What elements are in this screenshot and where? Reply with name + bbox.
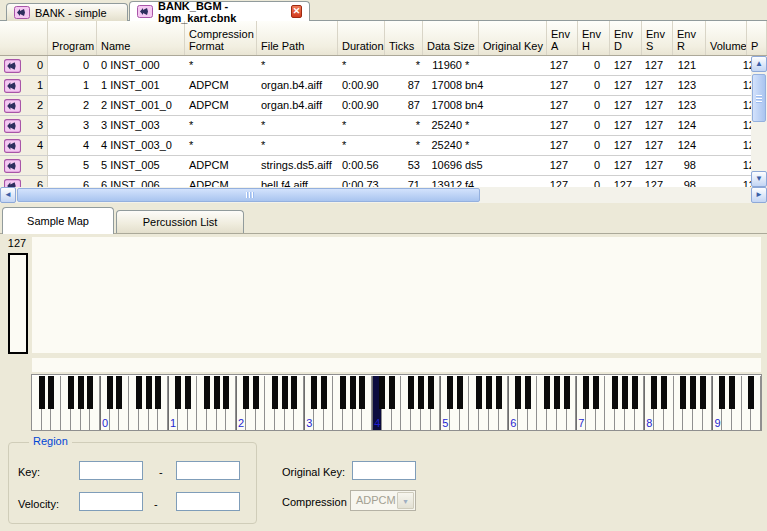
column-header-compression-format[interactable]: Compression Format	[185, 21, 257, 55]
key-range-strip[interactable]	[32, 358, 761, 372]
piano-key-black[interactable]	[350, 376, 356, 409]
piano-key-black[interactable]	[175, 376, 181, 409]
scroll-left-button[interactable]: ◄	[0, 187, 16, 203]
piano-key-black[interactable]	[496, 376, 502, 409]
column-header-env-a[interactable]: Env A	[547, 21, 578, 55]
piano-key-black[interactable]	[661, 376, 667, 409]
piano-key-black[interactable]	[583, 376, 589, 409]
piano-key-black[interactable]	[282, 376, 288, 409]
piano-key-black[interactable]	[544, 376, 550, 409]
piano-key-black[interactable]	[78, 376, 84, 409]
piano-key-black[interactable]	[680, 376, 686, 409]
piano-key-black[interactable]	[272, 376, 278, 409]
row-header[interactable]: 5	[0, 156, 48, 175]
piano-key-black[interactable]	[486, 376, 492, 409]
table-row[interactable]: 333 INST_003****25240*1270127127124127	[0, 116, 767, 136]
piano-key-black[interactable]	[632, 376, 638, 409]
piano-key-black[interactable]	[476, 376, 482, 409]
key-low-field[interactable]	[79, 461, 143, 480]
piano-key-black[interactable]	[340, 376, 346, 409]
piano-key-black[interactable]	[418, 376, 424, 409]
piano-key-black[interactable]	[87, 376, 93, 409]
piano-key-black[interactable]	[447, 376, 453, 409]
column-header-duration[interactable]: Duration	[338, 21, 385, 55]
piano-key-black[interactable]	[204, 376, 210, 409]
piano-key-black[interactable]	[39, 376, 45, 409]
piano-key-black[interactable]	[155, 376, 161, 409]
horizontal-scrollbar[interactable]: ◄ ►	[0, 187, 767, 203]
piano-key-black[interactable]	[136, 376, 142, 409]
piano-key-black[interactable]	[146, 376, 152, 409]
row-header[interactable]: 0	[0, 56, 48, 75]
piano-key-black[interactable]	[214, 376, 220, 409]
piano-key-black[interactable]	[379, 376, 385, 409]
piano-key-black[interactable]	[321, 376, 327, 409]
tab-bank-simple[interactable]: BANK - simple	[6, 3, 128, 21]
piano-key-black[interactable]	[389, 376, 395, 409]
column-header-file-path[interactable]: File Path	[257, 21, 338, 55]
tab-percussion-list[interactable]: Percussion List	[116, 210, 244, 233]
piano-key-black[interactable]	[243, 376, 249, 409]
column-header-data-size[interactable]: Data Size	[423, 21, 479, 55]
piano-key-black[interactable]	[107, 376, 113, 409]
table-row[interactable]: 222 INST_001_0ADPCMorgan.b4.aiff0:00.908…	[0, 96, 767, 116]
scroll-up-button[interactable]: ▲	[751, 56, 767, 72]
piano-key-black[interactable]	[116, 376, 122, 409]
row-header[interactable]: 2	[0, 96, 48, 115]
column-header-name[interactable]: Name	[97, 21, 185, 55]
piano-key-black[interactable]	[311, 376, 317, 409]
tab-bank-bgm[interactable]: BANK_BGM - bgm_kart.cbnk ✕	[129, 1, 310, 21]
piano-key-black[interactable]	[651, 376, 657, 409]
piano-key-black[interactable]	[291, 376, 297, 409]
piano-key-black[interactable]	[223, 376, 229, 409]
column-header-program[interactable]: Program	[48, 21, 97, 55]
vertical-scrollbar[interactable]: ▲ ▼	[751, 56, 767, 187]
key-high-field[interactable]	[176, 461, 240, 480]
velocity-low-field[interactable]	[79, 492, 143, 511]
piano-key-black[interactable]	[719, 376, 725, 409]
velocity-range-bar[interactable]	[8, 253, 28, 354]
piano-key-black[interactable]	[690, 376, 696, 409]
piano-key-black[interactable]	[48, 376, 54, 409]
sample-map-canvas[interactable]	[32, 237, 761, 353]
column-header-env-r[interactable]: Env R	[673, 21, 706, 55]
table-row[interactable]: 555 INST_005ADPCMstrings.ds5.aiff0:00.56…	[0, 156, 767, 176]
close-tab-button[interactable]: ✕	[291, 5, 302, 18]
row-header[interactable]: 3	[0, 116, 48, 135]
piano-key-black[interactable]	[700, 376, 706, 409]
column-header-pan[interactable]: P	[747, 21, 767, 55]
column-header-env-s[interactable]: Env S	[642, 21, 673, 55]
piano-key-black[interactable]	[428, 376, 434, 409]
piano-key-black[interactable]	[68, 376, 74, 409]
piano-key-black[interactable]	[729, 376, 735, 409]
piano-key-black[interactable]	[408, 376, 414, 409]
table-row[interactable]: 000 INST_000****11960*1270127127121127	[0, 56, 767, 76]
table-row[interactable]: 111 INST_001ADPCMorgan.b4.aiff0:00.90871…	[0, 76, 767, 96]
table-row[interactable]: 444 INST_003_0****25240*1270127127124127	[0, 136, 767, 156]
original-key-field[interactable]	[352, 461, 416, 480]
scroll-down-button[interactable]: ▼	[751, 171, 767, 187]
column-header-env-d[interactable]: Env D	[610, 21, 642, 55]
column-header-original-key[interactable]: Original Key	[479, 21, 547, 55]
piano-key-black[interactable]	[457, 376, 463, 409]
column-header-icon[interactable]	[0, 21, 48, 55]
compression-dropdown[interactable]: ADPCM ▼	[350, 490, 416, 511]
column-header-ticks[interactable]: Ticks	[385, 21, 423, 55]
piano-key-black[interactable]	[515, 376, 521, 409]
piano-key-black[interactable]	[185, 376, 191, 409]
horizontal-scrollbar-thumb[interactable]	[17, 188, 480, 202]
piano-key-black[interactable]	[612, 376, 618, 409]
piano-key-black[interactable]	[593, 376, 599, 409]
tab-sample-map[interactable]: Sample Map	[2, 207, 114, 234]
piano-key-black[interactable]	[359, 376, 365, 409]
piano-key-black[interactable]	[253, 376, 259, 409]
column-header-volume[interactable]: Volume	[706, 21, 747, 55]
scroll-right-button[interactable]: ►	[751, 187, 767, 203]
row-header[interactable]: 4	[0, 136, 48, 155]
piano-key-black[interactable]	[525, 376, 531, 409]
velocity-high-field[interactable]	[176, 492, 240, 511]
piano-key-black[interactable]	[554, 376, 560, 409]
row-header[interactable]: 1	[0, 76, 48, 95]
piano-keyboard[interactable]: 0123456789	[31, 374, 762, 431]
vertical-scrollbar-thumb[interactable]	[752, 74, 766, 122]
